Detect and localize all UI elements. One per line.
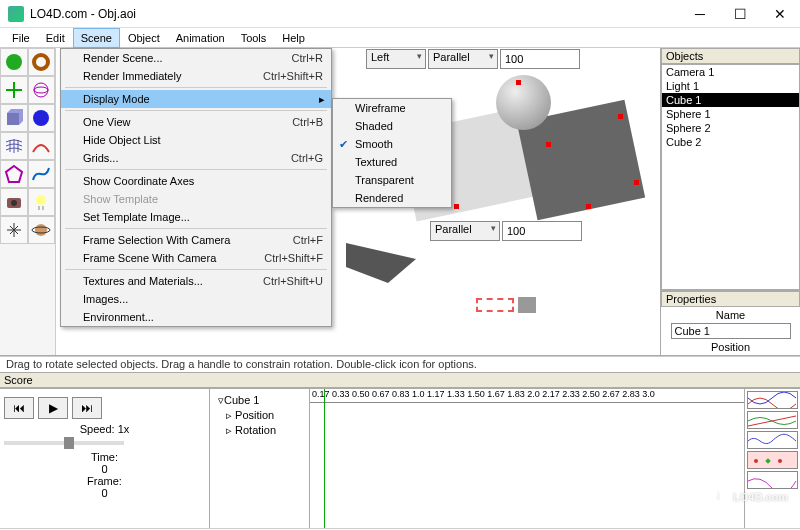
sphere-blue-icon[interactable] xyxy=(28,104,56,132)
menu-display-mode[interactable]: Display Mode▸ xyxy=(61,90,331,108)
menu-show-axes[interactable]: Show Coordinate Axes xyxy=(61,172,331,190)
watermark: LO4D.com xyxy=(711,487,788,506)
view-select-top[interactable]: Left xyxy=(366,49,426,69)
list-item[interactable]: Cube 2 xyxy=(662,135,799,149)
menu-images[interactable]: Images... xyxy=(61,290,331,308)
track-preset-icon[interactable] xyxy=(747,451,798,469)
track-preset-icon[interactable] xyxy=(747,411,798,429)
list-item[interactable]: Camera 1 xyxy=(662,65,799,79)
svg-rect-12 xyxy=(765,458,771,464)
displaymode-shaded[interactable]: Shaded xyxy=(333,117,451,135)
projection-select-top[interactable]: Parallel xyxy=(428,49,498,69)
timeline[interactable]: 0.17 0.33 0.50 0.67 0.83 1.0 1.17 1.33 1… xyxy=(310,389,744,528)
menu-object[interactable]: Object xyxy=(120,28,168,48)
tree-item[interactable]: ▹ Rotation xyxy=(212,423,307,438)
tree-item[interactable]: ▹ Position xyxy=(212,408,307,423)
torus-icon[interactable] xyxy=(28,48,56,76)
time-label: Time: xyxy=(4,451,205,463)
cube-tool-icon[interactable] xyxy=(0,104,28,132)
window-title: LO4D.com - Obj.aoi xyxy=(30,7,680,21)
menu-frame-selection[interactable]: Frame Selection With CameraCtrl+F xyxy=(61,231,331,249)
camera-tool-icon[interactable] xyxy=(0,188,28,216)
animation-tree[interactable]: ▿Cube 1 ▹ Position ▹ Rotation xyxy=(210,389,310,528)
score-controls: ⏮ ▶ ⏭ Speed: 1x Time: 0 Frame: 0 xyxy=(0,389,210,528)
list-item[interactable]: Sphere 1 xyxy=(662,107,799,121)
forward-button[interactable]: ⏭ xyxy=(72,397,102,419)
viewport-bottom-right[interactable] xyxy=(346,243,656,353)
status-bar-1: Drag to rotate selected objects. Drag a … xyxy=(0,356,800,372)
sphere-green-icon[interactable] xyxy=(0,48,28,76)
menu-environment[interactable]: Environment... xyxy=(61,308,331,326)
objects-list[interactable]: Camera 1 Light 1 Cube 1 Sphere 1 Sphere … xyxy=(661,64,800,290)
frame-label: Frame: xyxy=(4,475,205,487)
svg-point-1 xyxy=(34,55,48,69)
close-button[interactable]: ✕ xyxy=(760,0,800,28)
objects-panel-header: Objects xyxy=(661,48,800,64)
pan-tool-icon[interactable] xyxy=(0,216,28,244)
menu-bar: File Edit Scene Object Animation Tools H… xyxy=(0,28,800,48)
menu-render-scene[interactable]: Render Scene...Ctrl+R xyxy=(61,49,331,67)
displaymode-rendered[interactable]: Rendered xyxy=(333,189,451,207)
minimize-button[interactable]: ─ xyxy=(680,0,720,28)
svg-point-2 xyxy=(34,83,48,97)
maximize-button[interactable]: ☐ xyxy=(720,0,760,28)
score-header: Score xyxy=(0,372,800,388)
move-tool-icon[interactable] xyxy=(0,76,28,104)
rewind-button[interactable]: ⏮ xyxy=(4,397,34,419)
menu-file[interactable]: File xyxy=(4,28,38,48)
list-item[interactable]: Sphere 2 xyxy=(662,121,799,135)
zoom-field-bottom[interactable] xyxy=(502,221,582,241)
menu-grids[interactable]: Grids...Ctrl+G xyxy=(61,149,331,167)
menu-hide-object-list[interactable]: Hide Object List xyxy=(61,131,331,149)
speed-slider[interactable] xyxy=(4,441,124,445)
frame-value: 0 xyxy=(4,487,205,499)
svg-point-7 xyxy=(11,200,17,206)
time-value: 0 xyxy=(4,463,205,475)
svg-point-9 xyxy=(35,224,47,236)
rotate-tool-icon[interactable] xyxy=(28,76,56,104)
mesh-tool-icon[interactable] xyxy=(0,132,28,160)
prop-name-field[interactable] xyxy=(671,323,791,339)
displaymode-smooth[interactable]: ✔Smooth xyxy=(333,135,451,153)
menu-animation[interactable]: Animation xyxy=(168,28,233,48)
menu-edit[interactable]: Edit xyxy=(38,28,73,48)
menu-scene[interactable]: Scene xyxy=(73,28,120,48)
projection-select-bottom[interactable]: Parallel xyxy=(430,221,500,241)
displaymode-textured[interactable]: Textured xyxy=(333,153,451,171)
app-icon xyxy=(8,6,24,22)
svg-point-0 xyxy=(6,54,22,70)
displaymode-transparent[interactable]: Transparent xyxy=(333,171,451,189)
menu-frame-scene[interactable]: Frame Scene With CameraCtrl+Shift+F xyxy=(61,249,331,267)
spline-tool-icon[interactable] xyxy=(28,160,56,188)
timeline-ruler: 0.17 0.33 0.50 0.67 0.83 1.0 1.17 1.33 1… xyxy=(310,389,744,403)
track-preset-icon[interactable] xyxy=(747,431,798,449)
track-preset-icon[interactable] xyxy=(747,391,798,409)
svg-point-11 xyxy=(754,459,758,463)
track-presets xyxy=(744,389,800,528)
menu-tools[interactable]: Tools xyxy=(233,28,275,48)
menu-render-immediately[interactable]: Render ImmediatelyCtrl+Shift+R xyxy=(61,67,331,85)
playhead[interactable] xyxy=(324,389,325,528)
list-item[interactable]: Light 1 xyxy=(662,79,799,93)
prop-name-label: Name xyxy=(716,309,745,321)
orbit-tool-icon[interactable] xyxy=(28,216,56,244)
speed-label: Speed: 1x xyxy=(4,423,205,435)
play-button[interactable]: ▶ xyxy=(38,397,68,419)
zoom-field-top[interactable] xyxy=(500,49,580,69)
light-tool-icon[interactable] xyxy=(28,188,56,216)
svg-point-5 xyxy=(33,110,49,126)
polygon-tool-icon[interactable] xyxy=(0,160,28,188)
menu-textures[interactable]: Textures and Materials...Ctrl+Shift+U xyxy=(61,272,331,290)
menu-one-view[interactable]: One ViewCtrl+B xyxy=(61,113,331,131)
display-mode-submenu: Wireframe Shaded ✔Smooth Textured Transp… xyxy=(332,98,452,208)
curve-tool-icon[interactable] xyxy=(28,132,56,160)
svg-point-13 xyxy=(778,459,782,463)
menu-set-template-image[interactable]: Set Template Image... xyxy=(61,208,331,226)
list-item[interactable]: Cube 1 xyxy=(662,93,799,107)
tree-root[interactable]: ▿Cube 1 xyxy=(212,393,307,408)
svg-point-8 xyxy=(36,195,46,205)
menu-help[interactable]: Help xyxy=(274,28,313,48)
scene-menu: Render Scene...Ctrl+R Render Immediately… xyxy=(60,48,332,327)
displaymode-wireframe[interactable]: Wireframe xyxy=(333,99,451,117)
svg-rect-4 xyxy=(7,113,19,125)
